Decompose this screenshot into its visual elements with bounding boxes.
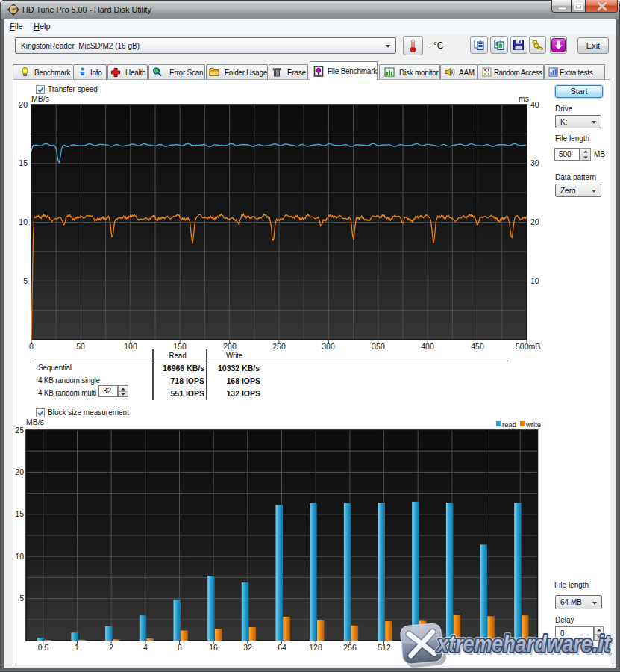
svg-text:xtremehardware.it: xtremehardware.it xyxy=(436,631,611,657)
